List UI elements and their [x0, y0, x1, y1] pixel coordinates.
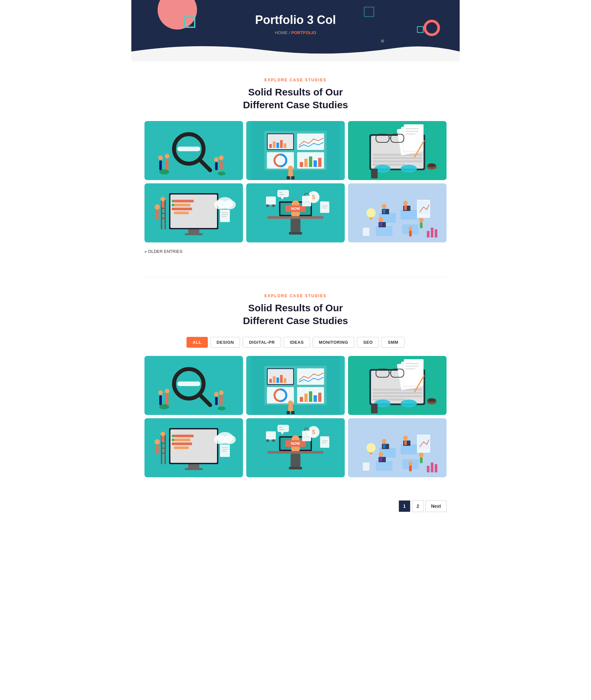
filter-tab-digital-pr[interactable]: DIGITAL-PR: [243, 337, 281, 348]
svg-rect-242: [277, 425, 289, 432]
svg-point-122: [403, 201, 408, 205]
portfolio-item[interactable]: [144, 121, 243, 180]
svg-text:$: $: [312, 194, 315, 201]
filter-tabs: ALL DESIGN DIGITAL-PR IDEAS MONITORING S…: [144, 337, 447, 348]
svg-point-12: [159, 169, 169, 174]
svg-rect-259: [383, 444, 386, 448]
svg-rect-28: [300, 162, 303, 167]
svg-rect-171: [288, 405, 293, 412]
svg-rect-49: [405, 134, 415, 135]
svg-rect-84: [220, 210, 230, 222]
svg-rect-174: [291, 411, 294, 414]
svg-point-9: [214, 157, 219, 162]
svg-point-268: [367, 443, 376, 452]
svg-rect-42: [373, 160, 422, 162]
svg-rect-185: [405, 363, 419, 364]
svg-point-262: [379, 452, 383, 457]
svg-rect-273: [363, 463, 369, 471]
svg-rect-187: [405, 368, 415, 369]
svg-point-208: [172, 443, 174, 445]
portfolio-item[interactable]: [144, 356, 243, 415]
filter-tab-smm[interactable]: SMM: [382, 337, 404, 348]
svg-rect-78: [161, 218, 166, 219]
next-button[interactable]: Next: [425, 500, 447, 512]
older-entries-link[interactable]: « OLDER ENTRIES: [144, 249, 183, 254]
svg-rect-115: [376, 226, 392, 236]
svg-rect-170: [318, 393, 321, 402]
svg-rect-234: [266, 432, 276, 440]
svg-rect-181: [373, 399, 405, 400]
svg-point-258: [382, 439, 386, 444]
svg-point-72: [155, 204, 160, 210]
svg-rect-223: [222, 447, 228, 448]
svg-rect-244: [279, 427, 282, 428]
svg-point-207: [172, 439, 174, 441]
svg-rect-209: [156, 445, 158, 454]
svg-rect-104: [277, 190, 289, 197]
portfolio-item[interactable]: [348, 356, 447, 415]
section1-eyebrow: EXPLORE CASE STUDIES: [144, 78, 447, 82]
svg-rect-123: [404, 205, 407, 210]
portfolio-item[interactable]: $ NOW: [246, 418, 345, 477]
svg-point-136: [408, 227, 412, 231]
breadcrumb-home[interactable]: HOME: [275, 30, 287, 35]
filter-tab-all[interactable]: ALL: [187, 337, 208, 348]
svg-rect-89: [268, 216, 323, 219]
svg-point-274: [408, 462, 412, 465]
portfolio-item[interactable]: [348, 183, 447, 242]
svg-rect-40: [373, 154, 422, 156]
svg-point-260: [403, 436, 408, 440]
svg-rect-248: [322, 441, 328, 441]
svg-rect-212: [165, 435, 166, 464]
filter-tab-seo[interactable]: SEO: [357, 337, 379, 348]
portfolio-item[interactable]: [246, 121, 345, 180]
page-1-button[interactable]: 1: [399, 500, 410, 512]
portfolio-item[interactable]: [348, 121, 447, 180]
page-2-button[interactable]: 2: [412, 500, 424, 512]
older-entries: « OLDER ENTRIES: [144, 249, 447, 254]
svg-rect-74: [165, 200, 166, 229]
svg-rect-79: [161, 202, 164, 207]
svg-text:NOW: NOW: [291, 207, 301, 211]
filter-tab-monitoring[interactable]: MONITORING: [313, 337, 354, 348]
svg-rect-66: [174, 208, 192, 210]
svg-rect-108: [320, 202, 329, 213]
svg-point-151: [218, 406, 225, 410]
svg-rect-132: [427, 231, 430, 237]
svg-rect-18: [269, 144, 272, 148]
svg-rect-76: [161, 208, 166, 209]
svg-point-98: [272, 204, 275, 207]
svg-rect-8: [215, 162, 218, 170]
svg-point-83: [224, 200, 236, 209]
portfolio-item[interactable]: $ NOW: [246, 183, 345, 242]
small-square-decoration: [417, 26, 423, 33]
svg-rect-269: [370, 452, 372, 454]
svg-rect-156: [269, 379, 272, 383]
filter-tab-ideas[interactable]: IDEAS: [284, 337, 310, 348]
dark-square-decoration: [364, 7, 374, 17]
pink-ring-decoration: [423, 20, 440, 36]
svg-rect-135: [363, 228, 369, 236]
portfolio-item[interactable]: [348, 418, 447, 477]
svg-rect-22: [284, 143, 286, 148]
filter-tab-design[interactable]: DESIGN: [210, 337, 240, 348]
svg-rect-271: [431, 463, 434, 472]
svg-rect-144: [166, 394, 169, 405]
svg-rect-214: [161, 443, 166, 444]
svg-point-120: [382, 204, 386, 209]
teal-square-decoration: [184, 16, 195, 28]
svg-point-150: [159, 404, 169, 409]
svg-rect-225: [222, 451, 226, 452]
portfolio-item[interactable]: [144, 418, 243, 477]
portfolio-item[interactable]: [246, 356, 345, 415]
section2-eyebrow: EXPLORE CASE STUDIES: [144, 294, 447, 298]
svg-rect-215: [161, 448, 166, 449]
portfolio-item[interactable]: [144, 183, 243, 242]
svg-rect-146: [215, 397, 218, 405]
svg-rect-263: [380, 457, 382, 462]
svg-rect-173: [287, 411, 290, 414]
svg-point-70: [172, 208, 174, 210]
svg-point-189: [401, 399, 417, 407]
svg-rect-217: [161, 436, 164, 442]
svg-rect-180: [373, 395, 422, 397]
